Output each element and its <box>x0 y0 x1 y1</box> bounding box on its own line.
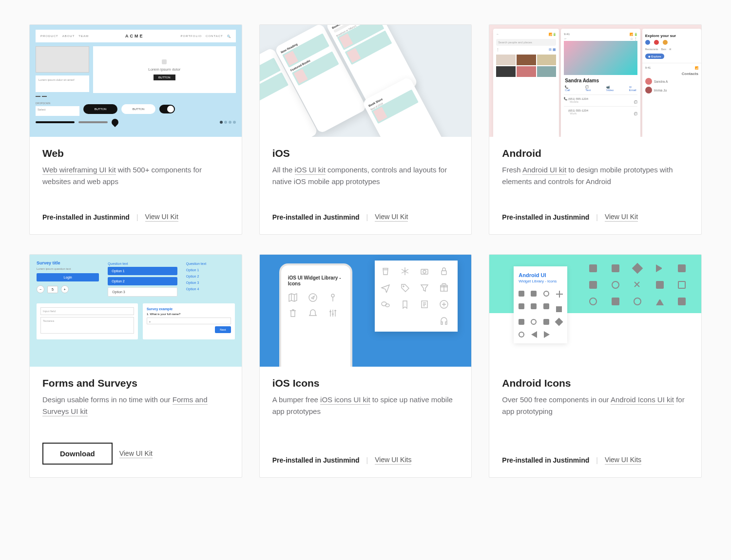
view-ui-kit-link[interactable]: View UI Kit <box>145 213 178 222</box>
thumbnail-android: ←📶 🔋 Search people and places ⋮⊞ ▦ 9:41📶… <box>489 25 701 137</box>
separator: | <box>596 456 598 464</box>
inline-link[interactable]: iOS UI kit <box>295 166 326 175</box>
inline-link[interactable]: Android Icons UI kit <box>611 395 674 405</box>
square-icon <box>678 281 686 289</box>
card-web: PRODUCT ABOUT TEAM ACME PORTFOLIO CONTAC… <box>29 24 242 235</box>
mock-divider <box>36 95 89 98</box>
inline-link[interactable]: Web wireframing UI kit <box>42 166 116 175</box>
thumbnail-forms: Survey title Lorem ipsum question text L… <box>30 255 242 367</box>
plus-circle-icon <box>531 319 537 325</box>
twitter-icon <box>589 264 597 272</box>
mock-panel-title: Android UI <box>519 272 562 278</box>
mock-phone-entry: 📞 (651) 555-1234 Mobile 💬 <box>564 94 637 103</box>
mock-navbar: PRODUCT ABOUT TEAM ACME PORTFOLIO CONTAC… <box>36 30 236 42</box>
card-title: Android <box>502 148 689 159</box>
nav-item: PRODUCT <box>40 35 58 37</box>
mock-chip-label: Bars <box>661 48 666 51</box>
view-ui-kit-link[interactable]: View UI Kits <box>605 456 641 465</box>
card-description: Web wireframing UI kit with 500+ compone… <box>42 164 229 199</box>
bookmark-icon <box>519 303 524 309</box>
card-ios-icons: iOS UI Widget Library - Icons <box>259 254 472 478</box>
mock-photo-grid <box>496 55 556 77</box>
plane-icon <box>381 283 390 293</box>
mock-slider <box>36 121 75 123</box>
bucket-icon <box>381 266 390 276</box>
mock-time: 9:41 <box>645 66 651 70</box>
rewind-icon <box>531 331 537 338</box>
mock-option-link: Option 3 <box>186 280 235 286</box>
mock-chip-label: Restaurants <box>645 48 658 51</box>
mock-image-placeholder <box>36 46 89 73</box>
card-description: Over 500 free components in our Android … <box>502 394 689 429</box>
svg-point-1 <box>331 294 334 297</box>
mock-contact-avatar <box>564 41 637 75</box>
tumblr-icon <box>612 264 619 272</box>
church-icon <box>543 319 549 325</box>
view-ui-kit-link[interactable]: View UI Kits <box>375 456 411 465</box>
preinstalled-label: Pre-installed in Justinmind <box>272 213 360 221</box>
nav-item: ABOUT <box>62 35 75 37</box>
mock-contact-actions: 📞Call 💬Text 📹Video ✉Email <box>564 85 637 92</box>
mock-toggle <box>159 105 175 113</box>
inline-link[interactable]: Android UI kit <box>522 166 566 175</box>
inline-link[interactable]: iOS icons UI kit <box>320 395 370 405</box>
card-description: A bumper free iOS icons UI kit to spice … <box>272 394 459 429</box>
thumbnail-web: PRODUCT ABOUT TEAM ACME PORTFOLIO CONTAC… <box>30 25 242 137</box>
mock-phone: iOS UI Widget Library - Icons <box>279 263 352 367</box>
view-ui-kit-link[interactable]: View UI Kit <box>119 449 153 458</box>
mock-icon-grid <box>288 293 344 318</box>
bug-icon <box>519 291 524 297</box>
mock-time: 9:41 <box>564 33 570 36</box>
preinstalled-label: Pre-installed in Justinmind <box>272 456 360 464</box>
mock-textarea: Textarea <box>40 317 134 334</box>
card-android: ←📶 🔋 Search people and places ⋮⊞ ▦ 9:41📶… <box>489 24 702 235</box>
tag-icon <box>400 283 410 293</box>
camera-icon <box>420 266 429 276</box>
mock-option-selected: Option 1 <box>108 267 177 275</box>
funnel-icon <box>420 283 429 293</box>
mock-panel-subtitle: Widget Library - Icons <box>519 279 562 284</box>
mock-explore-tab: ◆ Explore <box>645 54 664 59</box>
mock-icon-panel: Android UI Widget Library - Icons <box>514 266 567 343</box>
mock-contact-row: Imma Jo <box>645 87 698 93</box>
mock-hero-icon <box>162 59 167 64</box>
doc-icon <box>420 299 429 309</box>
preinstalled-label: Pre-installed in Justinmind <box>502 213 589 221</box>
scissors-icon <box>634 281 641 289</box>
mock-stepper: −5+ <box>37 285 99 293</box>
mock-contact-row: Sandra A <box>645 78 698 85</box>
card-description: Design usable forms in no time with our … <box>42 394 229 429</box>
mock-explore-title: Explore your sur <box>645 34 698 38</box>
preinstalled-label: Pre-installed in Justinmind <box>42 213 130 221</box>
search-icon: 🔍 <box>227 35 231 38</box>
mock-example-question: 1. What is your full name? <box>147 313 231 316</box>
mock-logo: ACME <box>125 34 144 38</box>
card-title: iOS Icons <box>272 377 459 389</box>
loading-icon <box>589 298 597 305</box>
mock-button-light: BUTTON <box>121 104 155 114</box>
mock-phone-contact: 9:41📶 🔋 ←☆ ⋮ Sandra Adams 📞Call 💬Text 📹V… <box>561 29 640 137</box>
card-title: Web <box>42 148 229 159</box>
nav-item: TEAM <box>78 35 89 37</box>
ui-kit-grid: PRODUCT ABOUT TEAM ACME PORTFOLIO CONTAC… <box>29 24 702 478</box>
cloud-off-icon <box>612 281 619 289</box>
mock-survey-card: Survey example 1. What is your full name… <box>143 303 235 339</box>
download-button[interactable]: Download <box>42 443 113 465</box>
mock-icon-grid-small <box>519 291 562 337</box>
view-ui-kit-link[interactable]: View UI Kit <box>605 213 638 222</box>
separator: | <box>366 213 368 221</box>
mock-option-link: Option 1 <box>186 267 235 273</box>
snowflake-icon <box>400 266 410 276</box>
compass-icon <box>308 293 318 302</box>
archive-icon <box>531 303 537 309</box>
lock-icon <box>439 266 449 276</box>
plus-icon <box>556 291 562 297</box>
thumbnail-ios: Library Now Reading Featured Books Books… <box>260 25 472 137</box>
svg-point-0 <box>309 294 317 301</box>
mock-option-link: Option 4 <box>186 286 235 292</box>
mock-contacts-header: Contacts <box>645 72 698 76</box>
card-title: Android Icons <box>502 377 689 389</box>
mock-example-title: Survey example <box>147 307 231 311</box>
mock-select: ▾ <box>147 317 231 324</box>
view-ui-kit-link[interactable]: View UI Kit <box>375 213 408 222</box>
